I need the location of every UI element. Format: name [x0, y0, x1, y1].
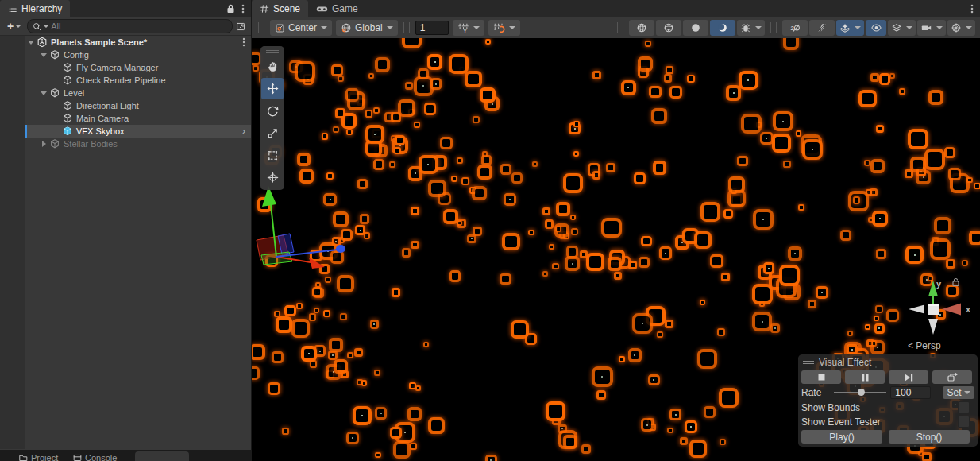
ve-show-bounds-row: Show Bounds: [798, 401, 978, 413]
hierarchy-row-fly-camera-manager[interactable]: Fly Camera Manager: [25, 61, 251, 74]
pivot-center-icon: [275, 23, 285, 33]
hierarchy-row-stellar-bodies[interactable]: Stellar Bodies: [25, 138, 251, 150]
hierarchy-row-vfx-skybox[interactable]: VFX Skybox›: [25, 125, 251, 138]
hierarchy-row-check-render-pipeline[interactable]: Check Render Pipeline: [25, 74, 251, 87]
show-event-tester-checkbox[interactable]: [958, 416, 970, 428]
orientation-mode-dropdown[interactable]: Global: [336, 20, 398, 36]
projection-mode-label[interactable]: < Persp: [908, 340, 941, 351]
scene-visibility-toggle[interactable]: [866, 20, 886, 36]
tab-active-bottom[interactable]: [135, 451, 189, 461]
play-event-button[interactable]: Play(): [801, 430, 882, 444]
grid-snap-dropdown[interactable]: [488, 20, 520, 36]
overlay-drag-handle[interactable]: [260, 46, 284, 55]
vfx-particle: [962, 260, 968, 266]
vfx-particle: [614, 272, 622, 280]
vfx-particle: [310, 360, 317, 367]
show-bounds-checkbox[interactable]: [958, 401, 970, 413]
transform-tool-button[interactable]: [261, 167, 284, 188]
vfx-layers-dropdown[interactable]: [836, 20, 864, 36]
vfx-particle: [969, 230, 980, 245]
project-tab-label: Project: [31, 453, 58, 461]
grid-size-input[interactable]: 1: [415, 21, 449, 35]
open-search-window-icon[interactable]: [236, 21, 246, 32]
chevron-down-icon: [15, 25, 21, 28]
tab-game[interactable]: Game: [308, 0, 366, 17]
lighting-off-toggle[interactable]: [809, 20, 835, 36]
pivot-mode-dropdown[interactable]: Center: [270, 20, 332, 36]
scene-window-menu-icon[interactable]: [970, 3, 974, 14]
rate-slider-knob[interactable]: [858, 389, 865, 396]
vfx-particle: [276, 316, 292, 333]
ve-step-button[interactable]: [889, 370, 928, 384]
hierarchy-menu-icon[interactable]: [241, 3, 245, 14]
scene-viewport[interactable]: y x < Persp Visual Effect: [252, 38, 980, 461]
foldout-arrow-icon[interactable]: [40, 48, 49, 61]
hierarchy-row-planets-sample-scene[interactable]: Planets Sample Scene*: [25, 36, 251, 48]
filled-circle-icon: [690, 22, 701, 33]
row-kebab-menu-icon[interactable]: [242, 37, 245, 47]
particle-core-dot: [877, 347, 878, 348]
vfx-particle: [301, 346, 317, 362]
rate-slider[interactable]: [834, 388, 886, 397]
foldout-arrow-icon[interactable]: [40, 138, 49, 150]
rate-value-input[interactable]: 100: [890, 386, 931, 399]
foldout-spacer: [52, 99, 62, 112]
gameobject-cube-icon: [49, 49, 60, 60]
hierarchy-row-directional-light[interactable]: Directional Light: [25, 99, 251, 112]
debug-bug-dropdown[interactable]: [737, 20, 765, 36]
hierarchy-search-input[interactable]: All: [27, 19, 233, 33]
particle-core-dot: [923, 176, 924, 178]
ve-stop-button[interactable]: [801, 370, 841, 384]
move-gizmo[interactable]: [252, 183, 363, 294]
orientation-gizmo[interactable]: y x: [897, 274, 977, 346]
particle-core-dot: [642, 323, 643, 324]
crescent-toggle[interactable]: [710, 20, 735, 36]
vfx-particle: [322, 133, 328, 139]
foldout-arrow-icon[interactable]: [40, 87, 49, 99]
2d-off-toggle[interactable]: 2: [782, 20, 808, 36]
pivot-mode-label: Center: [288, 22, 317, 33]
toolbar-drag-handle[interactable]: [770, 22, 777, 33]
vfx-particle: [639, 257, 650, 268]
view-hand-tool-button[interactable]: [261, 56, 284, 77]
tab-console[interactable]: Console: [73, 453, 117, 461]
vfx-particle: [502, 233, 520, 251]
camera-settings-dropdown[interactable]: [917, 20, 946, 36]
prefab-open-chevron-icon[interactable]: ›: [242, 126, 245, 136]
sphere-detail-toggle[interactable]: [656, 20, 681, 36]
tab-hierarchy[interactable]: Hierarchy: [0, 0, 70, 17]
scale-tool-button[interactable]: [261, 122, 284, 144]
add-gameobject-button[interactable]: +: [5, 21, 24, 32]
hierarchy-row-level[interactable]: Level: [25, 87, 251, 99]
rate-set-dropdown[interactable]: Set: [943, 386, 974, 399]
filled-circle-toggle[interactable]: [683, 20, 708, 36]
stop-event-button[interactable]: Stop(): [889, 430, 970, 444]
ve-show-event-tester-row: Show Event Tester: [798, 416, 978, 428]
foldout-arrow-icon[interactable]: [27, 36, 37, 48]
shaded-sphere-toggle[interactable]: [629, 20, 654, 36]
vfx-particle: [549, 244, 554, 250]
tab-scene[interactable]: Scene: [252, 0, 308, 17]
tab-project[interactable]: Project: [19, 453, 58, 461]
ve-drag-handle[interactable]: [803, 361, 814, 364]
vfx-particle: [461, 177, 469, 185]
search-icon: [33, 22, 41, 31]
layers-dropdown[interactable]: [888, 20, 916, 36]
orientation-mode-label: Global: [355, 22, 383, 33]
grid-visibility-dropdown[interactable]: Y: [453, 20, 484, 36]
particle-core-dot: [762, 219, 764, 220]
hierarchy-row-main-camera[interactable]: Main Camera: [25, 112, 251, 125]
toolbar-drag-handle[interactable]: [617, 22, 623, 33]
ve-restart-button[interactable]: [932, 370, 972, 384]
toolbar-drag-handle[interactable]: [258, 22, 264, 33]
lock-icon[interactable]: [226, 4, 235, 14]
move-tool-button[interactable]: [261, 78, 284, 99]
hierarchy-row-config[interactable]: Config: [25, 48, 251, 61]
vfx-particle: [284, 305, 296, 317]
gizmos-dropdown[interactable]: [947, 20, 975, 36]
rect-tool-button[interactable]: [261, 145, 284, 166]
rotate-tool-button[interactable]: [261, 100, 284, 122]
rotate-icon: [267, 105, 279, 117]
ve-pause-button[interactable]: [845, 370, 885, 384]
vfx-particle: [876, 249, 886, 259]
